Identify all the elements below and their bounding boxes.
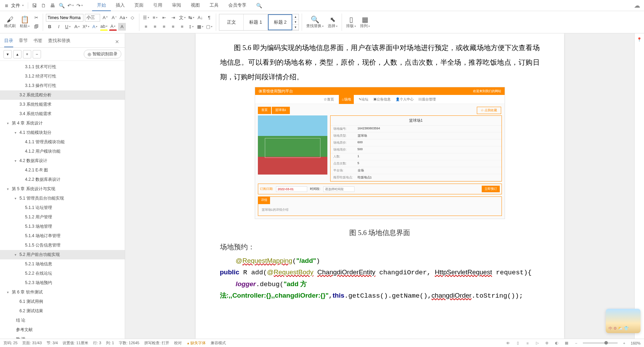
outline-item[interactable]: 5.1.5 公告信息管理 — [0, 241, 125, 250]
outline-item[interactable]: 3.3 系统性能需求 — [0, 100, 125, 109]
sort-button[interactable]: A↓ — [196, 14, 204, 22]
tab-tools[interactable]: 工具 — [205, 0, 223, 11]
format-painter-button[interactable]: 🖌格式刷 — [3, 15, 17, 29]
view-outline-icon[interactable]: ≡ — [524, 340, 531, 346]
view-web-icon[interactable]: ⊕ — [544, 340, 550, 346]
tab-page[interactable]: 页面 — [130, 0, 148, 11]
outline-item[interactable]: 4.2.1 E-R 图 — [0, 166, 125, 175]
bold-button[interactable]: B — [46, 23, 54, 31]
outline-item[interactable]: ▾第 4 章 系统设计 — [0, 119, 125, 128]
zoom-in-button[interactable]: + — [621, 340, 627, 346]
style-normal[interactable]: 正文 — [219, 14, 244, 30]
font-size-select[interactable] — [85, 14, 100, 22]
preview-icon[interactable]: 🔍 — [57, 1, 66, 10]
arrange-button[interactable]: ▦排列▾ — [359, 15, 371, 29]
outline-item[interactable]: 5.2.2 在线论坛 — [0, 269, 125, 278]
remove-button[interactable]: − — [33, 50, 41, 58]
clear-format-button[interactable]: ◇ — [129, 14, 136, 22]
zoom-label[interactable]: 160% — [631, 341, 641, 345]
sidebar-tab-chapter[interactable]: 章节 — [19, 36, 28, 47]
outline-item[interactable]: 5.2.3 场地预约 — [0, 278, 125, 288]
outline-item[interactable]: ▾5.1 管理员后台功能实现 — [0, 194, 125, 203]
search-icon[interactable]: 🔍 — [255, 1, 263, 10]
status-proof[interactable]: 校对 — [174, 340, 182, 346]
outline-item[interactable]: 3.1.3 操作可行性 — [0, 81, 125, 90]
zoom-out-button[interactable]: − — [573, 340, 579, 346]
show-marks-button[interactable]: ¶ — [205, 14, 213, 22]
outline-item[interactable]: 4.1.1 管理员模块功能 — [0, 137, 125, 147]
sidebar-tab-toc[interactable]: 目录 — [4, 36, 13, 47]
status-missing-font[interactable]: 缺失字体 — [187, 340, 206, 346]
borders-button[interactable]: ▢▾ — [205, 23, 213, 31]
outline-item[interactable]: ▾第 6 章 软件测试 — [0, 288, 125, 297]
tab-start[interactable]: 开始 — [92, 0, 111, 11]
style-h2[interactable]: 标题 2 — [268, 14, 292, 30]
pin-icon[interactable]: 📍 — [636, 36, 643, 43]
document-area[interactable]: 图 5.6 即为编码实现的场地信息界面，用户在该界面中对场地进行预定，或收藏场地… — [125, 33, 644, 339]
underline-button[interactable]: U▾ — [64, 23, 72, 31]
outline-item[interactable]: 5.1.1 论坛管理 — [0, 203, 125, 212]
view-focus-icon[interactable]: ◐ — [554, 340, 560, 346]
outline-item[interactable]: 致 谢 — [0, 334, 125, 339]
align-center-button[interactable]: ≡ — [151, 23, 159, 31]
text-direction-button[interactable]: 文▾ — [178, 14, 186, 22]
font-color-button[interactable]: A▾ — [109, 23, 117, 31]
outline-item[interactable]: 4.1.2 用户模块功能 — [0, 147, 125, 156]
view-page-icon[interactable]: ▯ — [515, 340, 521, 346]
outline-item[interactable]: 3.2 系统流程分析 — [0, 90, 125, 100]
align-right-button[interactable]: ≡ — [160, 23, 168, 31]
status-page-no[interactable]: 页码: 25 — [3, 340, 17, 346]
shrink-font-button[interactable]: A⁻ — [111, 14, 118, 22]
increase-indent-button[interactable]: ⇥ — [169, 14, 177, 22]
char-shading-button[interactable]: A — [118, 23, 126, 31]
status-pages[interactable]: 页面: 31/43 — [22, 340, 42, 346]
snap-button[interactable]: ↹▾ — [187, 14, 195, 22]
outline-item[interactable]: ▾5.2 用户前台功能实现 — [0, 250, 125, 259]
undo-icon[interactable]: ↶▾ — [66, 1, 75, 10]
floating-widget[interactable] — [606, 309, 641, 333]
tab-insert[interactable]: 插入 — [111, 0, 130, 11]
view-grid-icon[interactable]: ▦ — [563, 340, 570, 346]
outline-item[interactable]: ▾4.2 数据库设计 — [0, 156, 125, 166]
cloud-icon[interactable]: ☁ — [633, 1, 641, 10]
redo-icon[interactable]: ↷▾ — [75, 1, 84, 10]
line-spacing-button[interactable]: ‡▾ — [187, 23, 195, 31]
layout-button[interactable]: ▯排版▾ — [345, 15, 357, 29]
save-icon[interactable]: 🖫 — [30, 1, 39, 10]
view-read-icon[interactable]: ▷ — [534, 340, 540, 346]
bullets-button[interactable]: ☰▾ — [142, 14, 150, 22]
outline-item[interactable]: ▾4.1 功能模块划分 — [0, 128, 125, 137]
paste-button[interactable]: 📋粘贴▾ — [18, 15, 31, 29]
font-name-select[interactable] — [46, 14, 83, 22]
view-eye-icon[interactable]: 👁 — [505, 340, 511, 346]
tab-view[interactable]: 视图 — [186, 0, 205, 11]
outline-item[interactable]: 5.2.1 场地信息 — [0, 259, 125, 269]
expand-down-button[interactable]: ▾ — [3, 50, 12, 58]
align-distributed-button[interactable]: ≡ — [178, 23, 186, 31]
change-case-button[interactable]: Aa▾ — [120, 14, 127, 22]
outline-item[interactable]: 结 论 — [0, 316, 125, 325]
select-button[interactable]: ⬉选择▾ — [326, 15, 339, 29]
outline-item[interactable]: ▾第 5 章 系统设计与实现 — [0, 184, 125, 194]
italic-button[interactable]: I — [55, 23, 63, 31]
tab-ref[interactable]: 引用 — [148, 0, 167, 11]
grow-font-button[interactable]: A⁺ — [101, 14, 109, 22]
styles-more[interactable]: ▴▾▾ — [292, 14, 299, 30]
cut-button[interactable]: ✂ — [32, 14, 40, 22]
outline-item[interactable]: 6.2 测试结果 — [0, 306, 125, 316]
sidebar-tab-find[interactable]: 查找和替换 — [48, 36, 71, 47]
sidebar-tab-bookmark[interactable]: 书签 — [33, 36, 42, 47]
outline-item[interactable]: 6.1 测试用例 — [0, 297, 125, 306]
text-effect-button[interactable]: A▾ — [91, 23, 99, 31]
smart-toc-button[interactable]: ◎智能识别目录 — [84, 50, 121, 58]
align-left-button[interactable]: ≡ — [142, 23, 150, 31]
align-justify-button[interactable]: ≡ — [169, 23, 177, 31]
export-icon[interactable]: 🗋 — [39, 1, 48, 10]
expand-up-button[interactable]: ▴ — [13, 50, 22, 58]
add-button[interactable]: + — [23, 50, 31, 58]
close-icon[interactable]: ✕ — [115, 39, 119, 45]
outline-item[interactable]: 4.2.2 数据库表设计 — [0, 175, 125, 184]
status-spell[interactable]: 拼写检查: 打开 — [144, 340, 169, 346]
outline-item[interactable]: 参考文献 — [0, 325, 125, 334]
find-replace-button[interactable]: 🔍查找替换▾ — [305, 15, 325, 29]
